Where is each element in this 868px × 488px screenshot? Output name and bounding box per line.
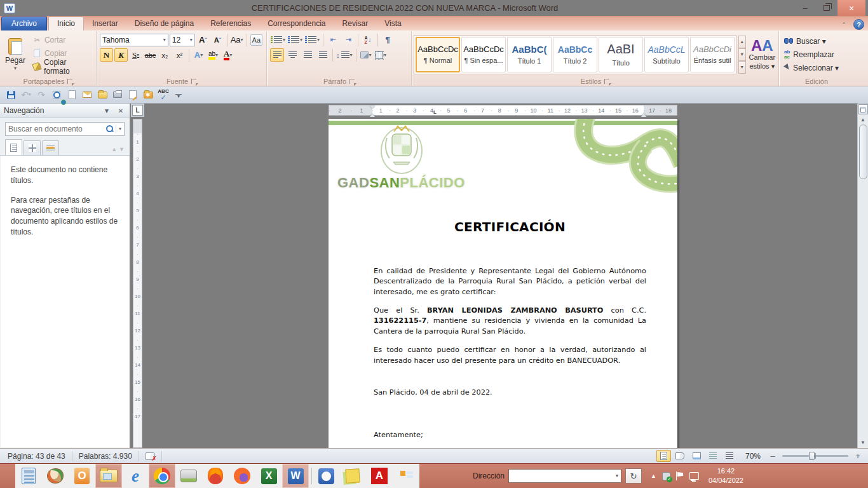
taskbar-calculator-button[interactable] xyxy=(15,464,42,488)
page-indicator[interactable]: Página: 43 de 43 xyxy=(1,451,72,461)
nav-tab-pages[interactable] xyxy=(24,140,41,155)
strikethrough-button[interactable]: abc xyxy=(144,48,157,62)
print-layout-view-button[interactable] xyxy=(656,450,671,462)
taskbar-red-a-app-button[interactable]: A xyxy=(366,464,393,488)
edit-document-button[interactable] xyxy=(127,89,139,100)
grow-font-button[interactable]: A xyxy=(196,33,210,46)
nav-tab-results[interactable] xyxy=(42,140,59,155)
tab-correspondencia[interactable]: Correspondencia xyxy=(259,17,334,30)
usb-device-icon[interactable] xyxy=(662,472,670,480)
increase-indent-button[interactable] xyxy=(341,33,355,46)
taskbar-word-button[interactable]: W xyxy=(282,464,309,488)
outline-view-button[interactable] xyxy=(706,450,721,462)
prev-heading-button[interactable]: ▲ xyxy=(111,146,117,152)
clipboard-dialog-launcher[interactable] xyxy=(67,79,72,84)
scroll-up-arrow[interactable]: ▲ xyxy=(860,117,865,123)
minimize-button[interactable]: – xyxy=(794,0,816,16)
taskbar-scanner-button[interactable] xyxy=(175,464,202,488)
multilevel-list-button[interactable]: ▾ xyxy=(304,33,320,46)
style-titulo-2[interactable]: AaBbCc Título 2 xyxy=(553,37,597,72)
undo-button[interactable]: ↶▾ xyxy=(20,89,32,100)
spelling-button[interactable]: ABC✓ xyxy=(158,89,169,100)
email-button[interactable] xyxy=(81,89,93,100)
numbering-button[interactable]: ▾ xyxy=(287,33,303,46)
sort-button[interactable]: AZ↓ xyxy=(361,33,375,46)
select-button[interactable]: Seleccionar ▾ xyxy=(782,62,851,74)
tab-inicio[interactable]: Inicio xyxy=(48,17,84,30)
draft-view-button[interactable] xyxy=(722,450,737,462)
paste-dropdown[interactable]: ▾ xyxy=(14,66,17,71)
styles-scroll-down[interactable]: ▼ xyxy=(738,48,746,61)
new-document-button[interactable] xyxy=(66,89,78,100)
taskbar-sticky-notes-button[interactable] xyxy=(339,464,366,488)
taskbar-internet-explorer-button[interactable]: e xyxy=(122,464,149,488)
taskbar-firefox-button[interactable] xyxy=(229,464,255,488)
navigation-close-button[interactable]: ✕ xyxy=(116,107,126,114)
tab-diseno-de-pagina[interactable]: Diseño de página xyxy=(126,17,202,30)
taskbar-burner-button[interactable] xyxy=(202,464,229,488)
align-center-button[interactable] xyxy=(285,48,299,62)
bold-button[interactable]: N xyxy=(100,48,113,62)
collapse-ribbon-button[interactable]: ⌃ xyxy=(838,20,850,29)
document-page[interactable]: GADSANPLÁCIDO CERTIFICACIÓN En calidad d… xyxy=(329,119,677,448)
tab-referencias[interactable]: Referencias xyxy=(202,17,259,30)
taskbar-media-player-button[interactable]: ▶ xyxy=(313,464,339,488)
tab-revisar[interactable]: Revisar xyxy=(334,17,377,30)
taskbar-display-settings-button[interactable] xyxy=(393,464,419,488)
show-marks-button[interactable]: ¶ xyxy=(381,33,395,46)
tab-vista[interactable]: Vista xyxy=(376,17,409,30)
justify-button[interactable] xyxy=(316,48,330,62)
format-painter-button[interactable]: Copiar formato xyxy=(30,60,94,73)
text-effects-button[interactable]: A▾ xyxy=(192,48,205,62)
clear-formatting-button[interactable]: Aa xyxy=(250,33,263,46)
superscript-button[interactable]: x² xyxy=(173,48,186,62)
tab-selector-button[interactable]: L xyxy=(132,105,143,116)
line-spacing-button[interactable]: ▾ xyxy=(336,48,353,62)
style-normal[interactable]: AaBbCcDc ¶ Normal xyxy=(416,37,460,72)
cut-button[interactable]: ✂Cortar xyxy=(30,34,94,46)
underline-button[interactable]: S▾ xyxy=(129,48,142,62)
close-button[interactable]: × xyxy=(837,0,865,16)
paragraph-dialog-launcher[interactable] xyxy=(349,79,355,84)
shading-button[interactable]: ▾ xyxy=(359,48,373,62)
address-input[interactable] xyxy=(509,471,613,481)
network-icon[interactable] xyxy=(689,472,699,480)
shrink-font-button[interactable]: A xyxy=(211,33,224,46)
change-case-button[interactable]: Aa▾ xyxy=(230,33,244,46)
scroll-down-arrow[interactable]: ▼ xyxy=(860,440,865,445)
style-titulo[interactable]: AaBI Título xyxy=(599,37,643,72)
font-size-combo[interactable]: 12▾ xyxy=(170,34,195,46)
zoom-level[interactable]: 70% xyxy=(745,452,761,461)
font-dialog-launcher[interactable] xyxy=(191,79,196,84)
search-input[interactable] xyxy=(8,125,104,133)
font-family-combo[interactable]: Tahoma▾ xyxy=(100,34,168,46)
restore-button[interactable] xyxy=(816,0,837,16)
align-right-button[interactable] xyxy=(301,48,315,62)
bullets-button[interactable]: ▾ xyxy=(270,33,286,46)
replace-button[interactable]: abacReemplazar xyxy=(782,48,851,60)
web-layout-view-button[interactable] xyxy=(689,450,704,462)
favorites-folder-button[interactable] xyxy=(142,89,154,100)
subscript-button[interactable]: x₂ xyxy=(158,48,172,62)
navigation-options-dropdown[interactable]: ▼ xyxy=(102,107,112,114)
style-subtitulo[interactable]: AaBbCcL Subtítulo xyxy=(644,37,689,72)
nav-tab-headings[interactable] xyxy=(5,139,22,155)
help-button[interactable]: ? xyxy=(853,19,864,30)
search-options-dropdown[interactable]: ▾ xyxy=(116,125,121,133)
taskbar-excel-button[interactable]: X xyxy=(255,464,282,488)
clock[interactable]: 16:42 04/04/2022 xyxy=(709,466,743,485)
quick-print-button[interactable] xyxy=(112,89,123,100)
change-styles-button[interactable]: AA Cambiar estilos ▾ xyxy=(748,37,776,71)
style-titulo-1[interactable]: AaBbC( Título 1 xyxy=(507,37,552,72)
zoom-in-button[interactable]: + xyxy=(853,451,863,461)
styles-scroll-up[interactable]: ▲ xyxy=(738,36,746,48)
tab-insertar[interactable]: Insertar xyxy=(84,17,126,30)
qat-more-button[interactable]: —▾ xyxy=(173,89,184,100)
borders-button[interactable]: ▾ xyxy=(374,48,388,62)
address-go-button[interactable]: ↻ xyxy=(625,468,642,484)
tab-archivo[interactable]: Archivo xyxy=(1,17,47,30)
vertical-scrollbar[interactable]: ▲ ▼ xyxy=(857,104,868,448)
hidden-icons-button[interactable]: ▲ xyxy=(651,473,656,479)
highlight-color-button[interactable]: ab▾ xyxy=(207,48,220,62)
find-button[interactable]: Buscar ▾ xyxy=(782,35,851,47)
